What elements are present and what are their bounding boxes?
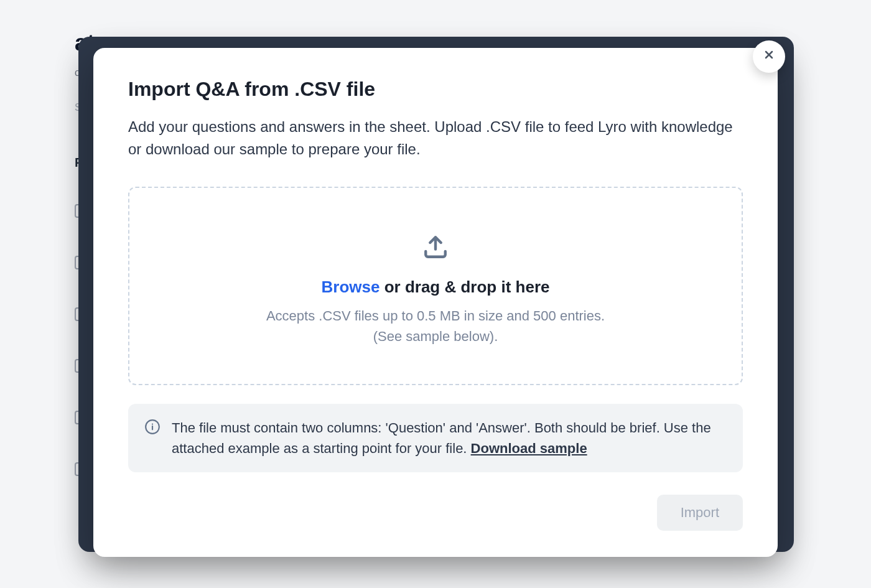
dropzone-hint-line2: (See sample below). [154, 326, 717, 347]
info-box: The file must contain two columns: 'Ques… [128, 404, 743, 472]
close-button[interactable] [753, 40, 785, 73]
info-text-content: The file must contain two columns: 'Ques… [172, 420, 711, 456]
file-dropzone[interactable]: Browse or drag & drop it here Accepts .C… [128, 187, 743, 385]
import-button[interactable]: Import [657, 495, 743, 531]
dropzone-hint-line1: Accepts .CSV files up to 0.5 MB in size … [154, 306, 717, 326]
drop-label: or drag & drop it here [380, 278, 549, 296]
download-sample-link[interactable]: Download sample [471, 441, 587, 456]
modal-footer: Import [128, 495, 743, 531]
info-icon [144, 419, 161, 435]
modal-description: Add your questions and answers in the sh… [128, 116, 743, 161]
browse-link[interactable]: Browse [322, 278, 380, 296]
import-modal: Import Q&A from .CSV file Add your quest… [93, 48, 778, 557]
dropzone-hint: Accepts .CSV files up to 0.5 MB in size … [154, 306, 717, 347]
info-text: The file must contain two columns: 'Ques… [172, 418, 727, 459]
dropzone-action-text: Browse or drag & drop it here [154, 278, 717, 297]
upload-icon [422, 234, 449, 260]
close-icon [763, 49, 775, 65]
modal-title: Import Q&A from .CSV file [128, 78, 743, 101]
